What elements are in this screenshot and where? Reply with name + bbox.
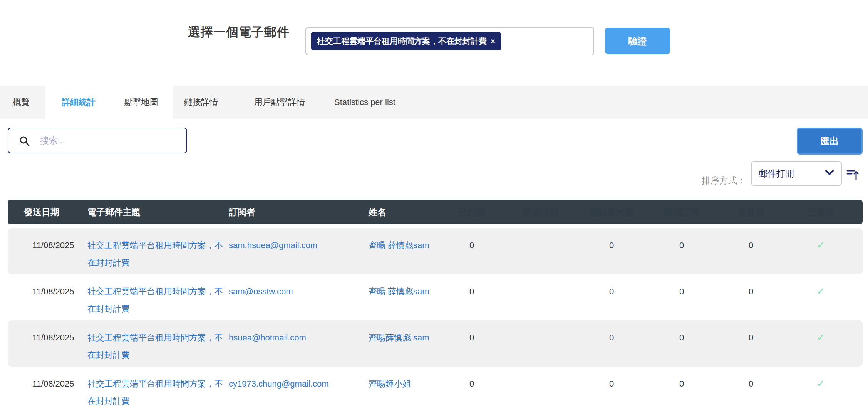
search-icon	[18, 135, 31, 149]
opened-count: 0	[446, 320, 498, 367]
subscriber-email-link[interactable]: cy1973.chung@gmail.com	[229, 367, 369, 413]
email-subject-link[interactable]: 社交工程雲端平台租用時間方案，不在封封計費	[87, 228, 229, 274]
sent-check-icon: ✓	[779, 320, 863, 367]
col-header-unsubscribed: 取消訂閱	[640, 200, 723, 224]
sort-order-icon[interactable]	[846, 169, 860, 182]
send-date: 11/08/2025	[8, 320, 87, 367]
col-header-opened: 已打開	[446, 200, 498, 224]
email-subject-link[interactable]: 社交工程雲端平台租用時間方案，不在封封計費	[87, 367, 229, 413]
tab-user-click-details[interactable]: 用戶點擊詳情	[254, 86, 305, 119]
table-row: 11/08/2025 社交工程雲端平台租用時間方案，不在封封計費 sam@oss…	[8, 274, 863, 320]
remove-tag-icon[interactable]: ×	[491, 37, 495, 46]
table-header-row: 發送日期 電子郵件主題 訂閱者 姓名 已打開 開放日期 總點擊次數 取消訂閱 被…	[8, 200, 863, 224]
tab-detailed-stats[interactable]: 詳細統計	[62, 86, 96, 119]
col-header-bounced: 被退信	[723, 200, 779, 224]
col-header-sent: 已發送	[779, 200, 863, 224]
total-clicks-count: 0	[583, 274, 640, 320]
sent-check-icon: ✓	[779, 228, 863, 274]
page-title: 選擇一個電子郵件	[188, 24, 290, 41]
bounced-count: 0	[723, 320, 779, 367]
open-date	[498, 367, 583, 413]
col-header-subject: 電子郵件主題	[87, 200, 229, 224]
col-header-total-clicks: 總點擊次數	[583, 200, 640, 224]
sort-select[interactable]: 郵件打開	[751, 161, 842, 186]
open-date	[498, 228, 583, 274]
total-clicks-count: 0	[583, 320, 640, 367]
sent-check-icon: ✓	[779, 274, 863, 320]
selected-email-tag[interactable]: 社交工程雲端平台租用時間方案，不在封封計費 ×	[311, 32, 501, 50]
bounced-count: 0	[723, 274, 779, 320]
verify-button[interactable]: 驗證	[605, 28, 670, 54]
chevron-down-icon	[825, 170, 834, 177]
email-selector-section: 選擇一個電子郵件 社交工程雲端平台租用時間方案，不在封封計費 × 驗證	[0, 0, 868, 86]
table-row: 11/08/2025 社交工程雲端平台租用時間方案，不在封封計費 sam.hsu…	[8, 228, 863, 274]
sort-by-label: 排序方式：	[702, 171, 746, 190]
table-row: 11/08/2025 社交工程雲端平台租用時間方案，不在封封計費 hsuea@h…	[8, 320, 863, 367]
send-date: 11/08/2025	[8, 367, 87, 413]
total-clicks-count: 0	[583, 367, 640, 413]
open-date	[498, 274, 583, 320]
selected-email-tag-label: 社交工程雲端平台租用時間方案，不在封封計費	[317, 36, 487, 47]
toolbar: 匯出	[0, 119, 868, 161]
send-date: 11/08/2025	[8, 228, 87, 274]
subscriber-name-link[interactable]: 齊暘 薛慎彪sam	[369, 228, 446, 274]
opened-count: 0	[446, 274, 498, 320]
email-subject-link[interactable]: 社交工程雲端平台租用時間方案，不在封封計費	[87, 274, 229, 320]
table-row: 11/08/2025 社交工程雲端平台租用時間方案，不在封封計費 cy1973.…	[8, 367, 863, 413]
stats-table: 發送日期 電子郵件主題 訂閱者 姓名 已打開 開放日期 總點擊次數 取消訂閱 被…	[8, 200, 863, 413]
subscriber-email-link[interactable]: sam@osstw.com	[229, 274, 369, 320]
export-button[interactable]: 匯出	[797, 128, 863, 155]
tab-bar: 概覽 詳細統計 點擊地圖 鏈接詳情 用戶點擊詳情 Statistics per …	[0, 86, 868, 119]
col-header-subscriber: 訂閱者	[229, 200, 369, 224]
unsubscribed-count: 0	[640, 367, 723, 413]
search-input[interactable]	[40, 130, 183, 151]
email-select-box[interactable]: 社交工程雲端平台租用時間方案，不在封封計費 ×	[305, 27, 594, 55]
sort-select-value: 郵件打開	[759, 168, 794, 180]
col-header-open-date: 開放日期	[498, 200, 583, 224]
col-header-send-date: 發送日期	[8, 200, 87, 224]
col-header-name: 姓名	[369, 200, 446, 224]
unsubscribed-count: 0	[640, 320, 723, 367]
tab-overview[interactable]: 概覽	[13, 86, 30, 119]
tab-link-details[interactable]: 鏈接詳情	[184, 86, 218, 119]
send-date: 11/08/2025	[8, 274, 87, 320]
sort-row: 排序方式： 郵件打開	[0, 161, 868, 200]
opened-count: 0	[446, 367, 498, 413]
subscriber-name-link[interactable]: 齊暘 薛慎彪sam	[369, 274, 446, 320]
email-subject-link[interactable]: 社交工程雲端平台租用時間方案，不在封封計費	[87, 320, 229, 367]
unsubscribed-count: 0	[640, 228, 723, 274]
tab-statistics-per-list[interactable]: Statistics per list	[334, 86, 395, 119]
bounced-count: 0	[723, 367, 779, 413]
subscriber-name-link[interactable]: 齊暘薛慎彪 sam	[369, 320, 446, 367]
subscriber-email-link[interactable]: sam.hsuea@gmail.com	[229, 228, 369, 274]
unsubscribed-count: 0	[640, 274, 723, 320]
total-clicks-count: 0	[583, 228, 640, 274]
tab-click-map[interactable]: 點擊地圖	[124, 86, 158, 119]
bounced-count: 0	[723, 228, 779, 274]
subscriber-name-link[interactable]: 齊暘鍾小姐	[369, 367, 446, 413]
search-box	[8, 128, 187, 153]
subscriber-email-link[interactable]: hsuea@hotmail.com	[229, 320, 369, 367]
opened-count: 0	[446, 228, 498, 274]
open-date	[498, 320, 583, 367]
sent-check-icon: ✓	[779, 367, 863, 413]
